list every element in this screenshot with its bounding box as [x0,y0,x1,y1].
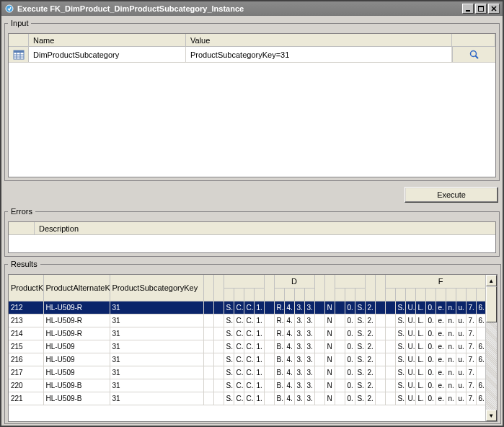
col-header-narrow[interactable] [314,275,324,301]
cell-narrow: U. [405,392,415,405]
cell-narrow [264,340,274,353]
col-subheader[interactable] [405,288,415,301]
table-row[interactable]: 215HL-U50931S.C.C.1.B.4.3.3.N0.S.2.S.U.L… [9,340,496,353]
col-header-subcatkey[interactable]: ProductSubcategoryKey [110,275,203,301]
cell-subcatkey: 31 [110,379,203,392]
cell-narrow: 4. [284,327,294,340]
col-subheader[interactable] [395,288,405,301]
col-subheader[interactable] [385,288,395,301]
execute-button[interactable]: Execute [404,187,498,203]
scroll-thumb[interactable] [486,286,497,322]
table-row[interactable]: 217HL-U50931S.C.C.1.B.4.3.3.N0.S.2.S.U.L… [9,366,496,379]
input-value-cell[interactable]: ProductSubcategoryKey=31 [186,47,452,62]
cell-narrow: e. [436,327,446,340]
col-subheader[interactable] [254,288,264,301]
col-header-narrow[interactable] [264,275,274,301]
errors-grid[interactable]: Description [8,221,496,253]
cell-narrow: S. [395,392,405,405]
cell-narrow: 1. [254,353,264,366]
cell-narrow: 2. [365,379,375,392]
input-header-value[interactable]: Value [186,34,452,47]
scroll-down-button[interactable]: ▼ [486,410,497,421]
input-name-cell[interactable]: DimProductSubcategory [29,47,186,62]
cell-narrow: U. [405,379,415,392]
minimize-button[interactable] [462,4,474,14]
cell-narrow: C. [234,379,244,392]
input-lookup-button[interactable] [452,47,495,62]
table-row[interactable]: 220HL-U509-B31S.C.C.1.B.4.3.3.N0.S.2.S.U… [9,379,496,392]
cell-narrow: 2. [365,392,375,405]
col-group-header[interactable] [224,275,264,288]
input-row[interactable]: DimProductSubcategory ProductSubcategory… [9,47,495,63]
col-subheader[interactable] [234,288,244,301]
cell-narrow: n. [446,314,456,327]
table-row[interactable]: 216HL-U50931S.C.C.1.B.4.3.3.N0.S.2.S.U.L… [9,353,496,366]
cell-narrow [203,314,213,327]
cell-narrow: 1. [254,301,264,314]
cell-narrow [385,379,395,392]
results-vertical-scrollbar[interactable]: ▲ ▼ [485,275,497,421]
cell-narrow: u. [456,340,466,353]
maximize-button[interactable] [475,4,487,14]
cell-narrow: 3. [304,314,314,327]
col-subheader[interactable] [244,288,254,301]
cell-narrow: 0. [345,327,355,340]
titlebar[interactable]: Execute FK_DimProduct_DimProductSubcateg… [1,1,503,16]
col-header-narrow[interactable] [203,275,213,301]
col-header-productkey[interactable]: ProductKe [9,275,43,301]
col-subheader[interactable] [466,288,476,301]
col-subheader[interactable] [284,288,294,301]
cell-narrow: L. [415,340,425,353]
col-header-narrow[interactable] [213,275,224,301]
col-subheader[interactable] [345,288,355,301]
col-group-header[interactable]: F [385,275,496,288]
cell-narrow: L. [415,314,425,327]
cell-narrow: 0. [345,301,355,314]
col-subheader[interactable] [274,288,284,301]
cell-productkey: 216 [9,353,43,366]
cell-narrow: 3. [304,301,314,314]
col-subheader[interactable] [224,288,234,301]
input-grid[interactable]: Name Value DimProductSubcategory Product… [8,33,496,177]
table-row[interactable]: 214HL-U509-R31S.C.C.1.R.4.3.3.N0.S.2.S.U… [9,327,496,340]
close-button[interactable] [488,4,500,14]
cell-narrow: 1. [254,340,264,353]
cell-narrow: N [324,353,335,366]
table-row[interactable]: 212HL-U509-R31S.C.C.1.R.4.3.3.N0.S.2.S.U… [9,301,496,314]
col-header-narrow[interactable] [375,275,385,301]
col-subheader[interactable] [436,288,446,301]
col-group-header[interactable]: D [274,275,314,288]
col-header-narrow[interactable] [365,275,375,301]
input-header-action [452,34,495,47]
col-subheader[interactable] [425,288,436,301]
cell-narrow: C. [234,327,244,340]
col-group-header[interactable] [335,275,365,288]
table-row[interactable]: 213HL-U509-R31S.C.C.1.R.4.3.3.N0.S.2.S.U… [9,314,496,327]
col-header-narrow[interactable] [324,275,335,301]
col-header-altkey[interactable]: ProductAlternateKe [43,275,110,301]
cell-narrow [385,301,395,314]
cell-narrow: S. [395,301,405,314]
col-subheader[interactable] [304,288,314,301]
cell-subcatkey: 31 [110,392,203,405]
cell-productkey: 213 [9,314,43,327]
col-subheader[interactable] [446,288,456,301]
col-subheader[interactable] [294,288,304,301]
cell-narrow: S. [395,379,405,392]
col-subheader[interactable] [415,288,425,301]
scroll-track[interactable] [486,286,497,410]
svg-line-11 [475,56,478,58]
cell-subcatkey: 31 [110,353,203,366]
col-subheader[interactable] [335,288,345,301]
results-grid[interactable]: ProductKeProductAlternateKeProductSubcat… [8,274,498,422]
errors-header-description[interactable]: Description [35,222,495,235]
table-row[interactable]: 221HL-U509-B31S.C.C.1.B.4.3.3.N0.S.2.S.U… [9,392,496,405]
col-subheader[interactable] [456,288,466,301]
scroll-up-button[interactable]: ▲ [486,275,497,286]
col-subheader[interactable] [355,288,365,301]
cell-narrow: S. [355,392,365,405]
input-header-name[interactable]: Name [29,34,186,47]
cell-narrow: 1. [254,392,264,405]
cell-narrow: 3. [294,392,304,405]
cell-productkey: 217 [9,366,43,379]
